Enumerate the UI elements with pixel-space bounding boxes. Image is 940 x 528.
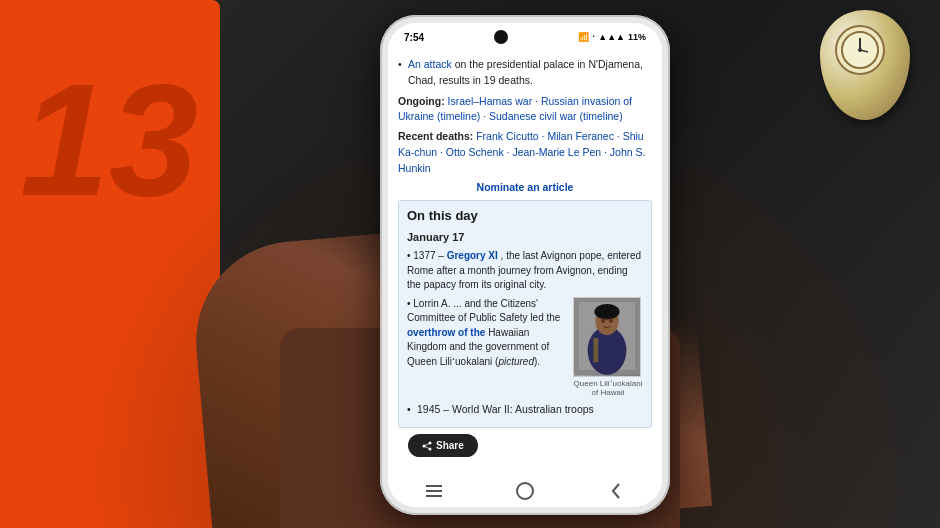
deaths-section: Recent deaths: Frank Cicutto · Milan Fer… (398, 129, 652, 176)
entry2-prefix: • Lorrin A. ... and the Citizens' Commit… (407, 298, 560, 324)
svg-line-15 (424, 443, 430, 446)
attack-link[interactable]: An attack (408, 58, 452, 70)
share-icon (422, 441, 432, 451)
gregory-link[interactable]: Gregory XI (447, 250, 498, 261)
portrait-caption: Queen Liliʻuokalani of Hawaii (573, 379, 643, 398)
entry3-text: 1945 – World War II: Australian troops (417, 403, 594, 415)
status-bar: 7:54 📶 ⋅ ▲▲▲ 11% (388, 23, 662, 51)
status-right: 📶 ⋅ ▲▲▲ 11% (578, 32, 646, 42)
phone: 7:54 📶 ⋅ ▲▲▲ 11% An attack on the presid… (380, 15, 670, 515)
svg-point-20 (517, 483, 533, 499)
bottom-nav (388, 475, 662, 507)
svg-point-3 (858, 48, 862, 52)
nav-menu-icon[interactable] (424, 481, 444, 501)
entry2-text: • Lorrin A. ... and the Citizens' Commit… (407, 297, 567, 398)
queen-portrait (573, 297, 641, 377)
clock-face (835, 25, 885, 75)
clock-decoration (820, 10, 920, 110)
entry2-image: Queen Liliʻuokalani of Hawaii (573, 297, 643, 398)
nominate-link[interactable]: Nominate an article (398, 180, 652, 196)
nav-back-icon[interactable] (606, 481, 626, 501)
share-button[interactable]: Share (408, 434, 478, 457)
entry1-row: • 1377 – Gregory XI , the last Avignon p… (407, 249, 643, 293)
wiki-content: An attack on the presidential palace in … (388, 51, 662, 475)
wifi-icon: ⋅ (592, 32, 595, 42)
status-time: 7:54 (404, 32, 424, 43)
ongoing-section: Ongoing: Israel–Hamas war · Russian inva… (398, 94, 652, 126)
date-heading: January 17 (407, 229, 643, 246)
svg-rect-11 (593, 337, 598, 361)
entry2-row: • Lorrin A. ... and the Citizens' Commit… (407, 297, 643, 398)
svg-point-8 (594, 303, 619, 319)
recent-deaths-label: Recent deaths: (398, 130, 473, 142)
bullet-dot: • 1377 – (407, 250, 447, 261)
battery-text: 11% (628, 32, 646, 42)
nav-home-icon[interactable] (515, 481, 535, 501)
svg-line-16 (424, 446, 430, 449)
bluetooth-icon: 📶 (578, 32, 589, 42)
on-this-day-title: On this day (407, 206, 643, 226)
entry1-text: • 1377 – Gregory XI , the last Avignon p… (407, 249, 643, 293)
overthrow-link[interactable]: overthrow of the (407, 327, 485, 338)
entry3: 1945 – World War II: Australian troops (407, 402, 643, 418)
svg-point-9 (601, 318, 605, 323)
ongoing-label: Ongoing: (398, 95, 445, 107)
signal-icon: ▲▲▲ (598, 32, 625, 42)
svg-point-10 (609, 318, 613, 323)
box-number: 13 (20, 60, 198, 220)
camera-notch (494, 30, 508, 44)
wiki-bullet-attack: An attack on the presidential palace in … (398, 57, 652, 89)
phone-screen: 7:54 📶 ⋅ ▲▲▲ 11% An attack on the presid… (388, 23, 662, 507)
share-label: Share (436, 440, 464, 451)
orange-box-decoration: 13 (0, 0, 220, 528)
nominate-container: Nominate an article (398, 180, 652, 196)
clock-egg (820, 10, 910, 120)
on-this-day-box: On this day January 17 • 1377 – Gregory … (398, 200, 652, 428)
